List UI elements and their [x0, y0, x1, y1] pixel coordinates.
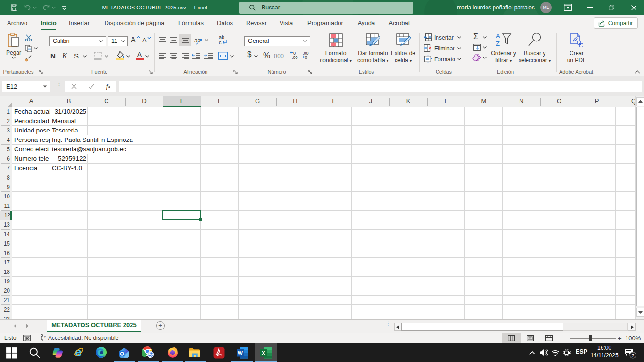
svg-text:Z: Z	[496, 40, 500, 47]
svg-text:W: W	[238, 350, 243, 356]
svg-text:X: X	[262, 350, 265, 356]
svg-text:,00: ,00	[292, 55, 298, 59]
svg-text:7: 7	[632, 353, 634, 358]
svg-text:c: c	[219, 40, 222, 45]
svg-text:?: ?	[44, 335, 46, 339]
svg-text:A: A	[496, 33, 500, 40]
svg-text:0: 0	[305, 55, 307, 59]
